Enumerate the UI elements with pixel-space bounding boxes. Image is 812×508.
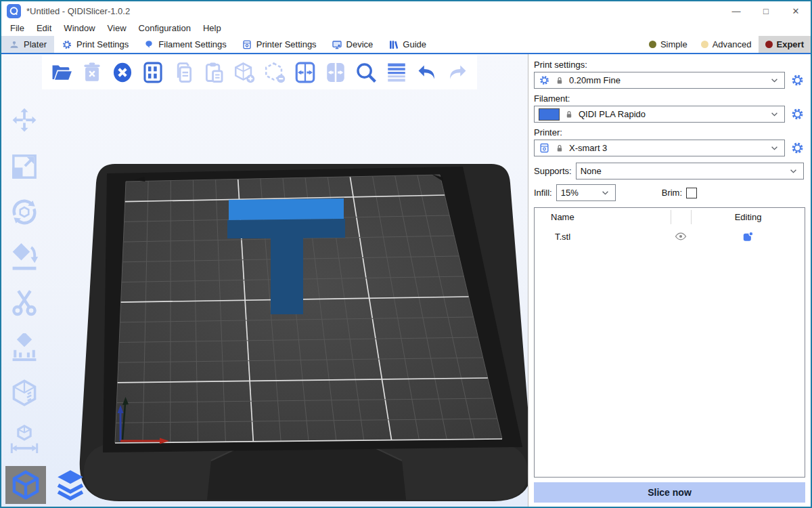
search-button[interactable] <box>353 60 379 85</box>
plater-toolbar <box>42 56 477 89</box>
menu-edit[interactable]: Edit <box>30 22 58 35</box>
mode-switcher: Simple Advanced Expert <box>642 36 811 53</box>
gear-icon <box>790 73 805 87</box>
add-instance-button[interactable] <box>231 60 257 85</box>
variable-layer-height-button[interactable] <box>384 60 409 85</box>
delete-all-button[interactable] <box>110 60 135 85</box>
tab-bar: Plater Print Settings Filament Settings … <box>1 36 811 54</box>
mode-expert[interactable]: Expert <box>759 36 811 53</box>
lock-icon <box>555 144 564 153</box>
edit-print-settings-button[interactable] <box>789 72 805 89</box>
remove-instance-icon <box>263 61 286 84</box>
print-settings-value: 0.20mm Fine <box>569 75 621 85</box>
close-button[interactable]: ✕ <box>781 1 811 20</box>
tab-device[interactable]: Device <box>324 36 381 53</box>
copy-button[interactable] <box>171 60 196 85</box>
mode-label: Advanced <box>713 39 752 49</box>
variable-layer-height-icon <box>385 61 408 84</box>
delete-icon <box>81 61 104 84</box>
split-to-parts-button[interactable] <box>323 60 348 85</box>
arrange-button[interactable] <box>140 60 166 85</box>
brim-checkbox[interactable] <box>686 188 697 198</box>
delete-button[interactable] <box>79 60 105 85</box>
maximize-button[interactable]: □ <box>751 1 781 20</box>
tab-filament-settings[interactable]: Filament Settings <box>136 36 233 53</box>
paste-button[interactable] <box>201 60 227 85</box>
scale-tool-button[interactable] <box>8 151 41 182</box>
place-on-face-tool-button[interactable] <box>8 242 41 273</box>
measure-icon <box>9 424 39 454</box>
tab-label: Printer Settings <box>256 39 317 49</box>
copy-icon <box>172 61 195 84</box>
mode-advanced[interactable]: Advanced <box>694 36 759 53</box>
tab-label: Plater <box>24 39 47 49</box>
printer-value: X-smart 3 <box>569 143 607 153</box>
filament-label: Filament: <box>534 93 805 104</box>
slice-now-button[interactable]: Slice now <box>534 482 805 503</box>
seam-painting-icon <box>9 379 39 408</box>
search-icon <box>355 61 378 84</box>
tray-handle-recess <box>207 448 406 500</box>
tab-print-settings[interactable]: Print Settings <box>54 36 136 53</box>
guide-icon <box>388 39 399 50</box>
expert-dot-icon <box>765 41 773 48</box>
delete-all-icon <box>111 61 134 84</box>
chevron-down-icon <box>769 108 780 120</box>
app-logo-icon <box>7 4 21 18</box>
device-icon <box>332 39 342 50</box>
menu-configuration[interactable]: Configuration <box>133 22 197 35</box>
tab-guide[interactable]: Guide <box>380 36 434 53</box>
view-preview-layers-button[interactable] <box>50 466 91 504</box>
printer-combo[interactable]: X-smart 3 <box>534 140 785 156</box>
rotate-icon <box>9 197 39 227</box>
move-icon <box>9 106 39 136</box>
tab-plater[interactable]: Plater <box>1 36 54 53</box>
menu-help[interactable]: Help <box>197 22 227 35</box>
redo-button[interactable] <box>445 60 470 85</box>
print-settings-combo[interactable]: 0.20mm Fine <box>534 72 785 89</box>
object-row-tstl[interactable]: T.stl <box>535 226 805 247</box>
edit-printer-button[interactable] <box>789 140 805 156</box>
open-button[interactable] <box>49 60 74 85</box>
viewport-3d-scene[interactable] <box>1 54 528 507</box>
title-bar: *Untitled - QIDISlicer-1.0.2 — □ ✕ <box>1 1 811 20</box>
seam-tool-button[interactable] <box>8 378 41 409</box>
viewport-3d[interactable] <box>1 54 528 507</box>
minimize-button[interactable]: — <box>721 1 751 20</box>
rotate-tool-button[interactable] <box>8 196 41 228</box>
paste-icon <box>202 61 225 84</box>
visibility-eye-icon[interactable] <box>674 230 687 243</box>
mode-simple[interactable]: Simple <box>642 36 694 53</box>
cut-tool-button[interactable] <box>8 287 41 318</box>
settings-panel: Print settings: 0.20mm Fine Filament: QI… <box>528 54 811 507</box>
view-3d-editor-button[interactable] <box>5 466 46 504</box>
object-editing-icon[interactable] <box>742 230 754 243</box>
paint-supports-tool-button[interactable] <box>8 333 41 364</box>
object-name: T.stl <box>535 232 671 242</box>
menu-window[interactable]: Window <box>58 22 101 35</box>
supports-combo[interactable]: None <box>576 163 804 179</box>
object-list-header: Name Editing <box>535 208 805 226</box>
move-tool-button[interactable] <box>8 106 41 137</box>
column-editing: Editing <box>691 210 805 224</box>
undo-button[interactable] <box>414 60 440 85</box>
menu-file[interactable]: File <box>4 22 30 35</box>
gear-icon <box>62 39 72 50</box>
split-to-objects-button[interactable] <box>292 60 318 85</box>
filament-combo[interactable]: QIDI PLA Rapido <box>534 106 785 123</box>
filament-value: QIDI PLA Rapido <box>579 109 646 119</box>
undo-icon <box>415 61 438 84</box>
plater-icon <box>9 39 20 50</box>
remove-instance-button[interactable] <box>262 60 288 85</box>
printer-icon <box>242 39 252 50</box>
measure-tool-button[interactable] <box>8 423 41 454</box>
edit-filament-button[interactable] <box>789 106 805 123</box>
menu-view[interactable]: View <box>102 22 133 35</box>
infill-combo[interactable]: 15% <box>556 184 616 201</box>
gizmo-toolbar <box>7 106 42 454</box>
scale-icon <box>9 152 39 182</box>
view-mode-buttons <box>5 466 91 504</box>
lock-icon <box>564 110 574 119</box>
tab-printer-settings[interactable]: Printer Settings <box>234 36 324 53</box>
split-to-objects-icon <box>294 61 317 84</box>
